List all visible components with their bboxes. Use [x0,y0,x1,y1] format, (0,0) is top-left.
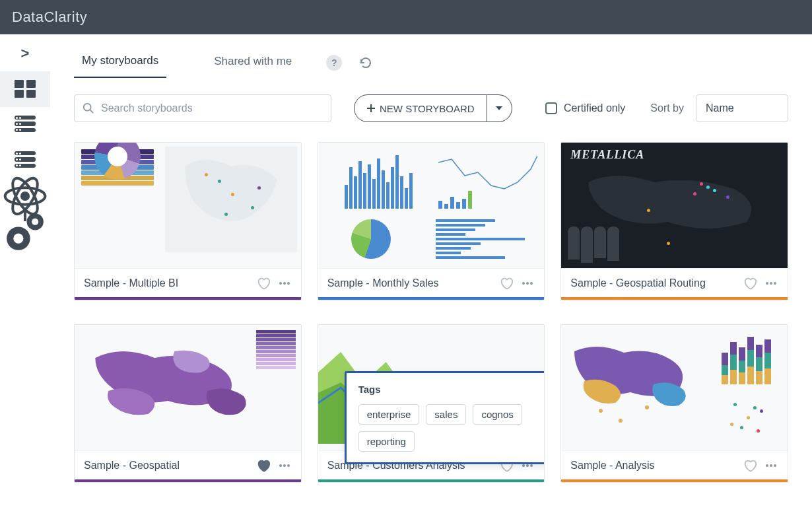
favorite-icon[interactable] [499,276,514,291]
storyboard-card[interactable]: Sample - Analysis [560,324,788,483]
favorite-icon[interactable] [256,458,271,473]
certified-only-checkbox[interactable]: Certified only [545,102,625,114]
main-content: My storyboards Shared with me ? NEW STOR… [50,34,812,525]
svg-point-17 [645,405,649,409]
refresh-icon[interactable] [358,55,374,71]
database-icon [15,151,36,170]
card-more-icon[interactable] [764,282,778,285]
card-more-icon[interactable] [520,464,535,467]
plus-icon [366,104,376,113]
favorite-icon[interactable] [743,276,757,291]
tag-item[interactable]: enterprise [358,404,420,425]
app-header: DataClarity [0,0,812,34]
card-preview: METALLICA [561,143,788,268]
search-input[interactable] [101,102,323,114]
tags-popup-title: Tags [358,384,545,395]
atom-icon [0,171,50,221]
card-preview [318,143,545,268]
tag-item[interactable]: sales [426,404,466,425]
card-more-icon[interactable] [764,464,778,467]
card-title: Sample - Multiple BI [84,277,250,289]
search-icon [83,102,94,114]
card-title: Sample - Monthly Sales [327,277,493,289]
tab-my-storyboards[interactable]: My storyboards [74,48,166,78]
card-title: Sample - Analysis [570,460,736,472]
checkbox-icon [545,102,557,114]
svg-point-6 [13,234,23,244]
svg-point-3 [22,193,28,199]
grid-icon [15,80,36,98]
card-more-icon[interactable] [277,282,292,285]
card-more-icon[interactable] [277,464,292,467]
stack-icon [15,116,36,134]
card-preview [75,143,301,268]
storyboard-card[interactable]: Sample - Monthly Sales [318,142,545,300]
tag-item[interactable]: cognos [473,404,522,425]
new-storyboard-button[interactable]: NEW STORYBOARD [354,94,487,122]
card-title: Sample - Geospatial Routing [570,277,736,289]
help-icon[interactable]: ? [326,55,342,71]
favorite-icon[interactable] [256,276,271,291]
sidebar-item-science[interactable] [0,178,50,214]
toolbar: NEW STORYBOARD Certified only Sort by Na… [74,94,788,122]
tabs: My storyboards Shared with me ? [74,48,788,79]
tags-popup: Tags enterprise sales cognos reporting [345,371,545,464]
sort-label: Sort by [650,102,684,114]
sort-select[interactable]: Name [696,94,788,122]
storyboard-card[interactable]: METALLICA [560,142,788,300]
storyboard-card[interactable]: Sample - Geospatial [74,324,302,483]
sidebar-item-storyboards[interactable] [0,71,50,107]
svg-point-15 [599,409,603,413]
tags-list: enterprise sales cognos reporting [358,404,545,452]
card-title: Sample - Geospatial [84,460,250,472]
sidebar-item-datasets[interactable] [0,107,50,143]
sidebar: > [0,34,50,525]
new-storyboard-dropdown[interactable] [487,94,512,122]
storyboard-card[interactable]: Sample - Multiple BI [74,142,302,300]
favorite-icon[interactable] [743,458,757,473]
tab-shared-with-me[interactable]: Shared with me [206,48,300,77]
caret-down-icon [496,106,502,110]
app-logo: DataClarity [12,9,87,26]
card-preview [561,325,788,450]
card-preview [75,325,301,450]
tag-item[interactable]: reporting [358,431,415,452]
svg-line-10 [90,110,94,114]
search-box[interactable] [74,94,331,122]
storyboard-card[interactable]: Tags enterprise sales cognos reporting S… [318,324,545,483]
sidebar-expand-toggle[interactable]: > [21,42,30,71]
storyboard-grid: Sample - Multiple BI [74,142,788,483]
svg-point-16 [619,419,623,423]
svg-point-9 [84,104,91,111]
card-more-icon[interactable] [520,282,535,285]
